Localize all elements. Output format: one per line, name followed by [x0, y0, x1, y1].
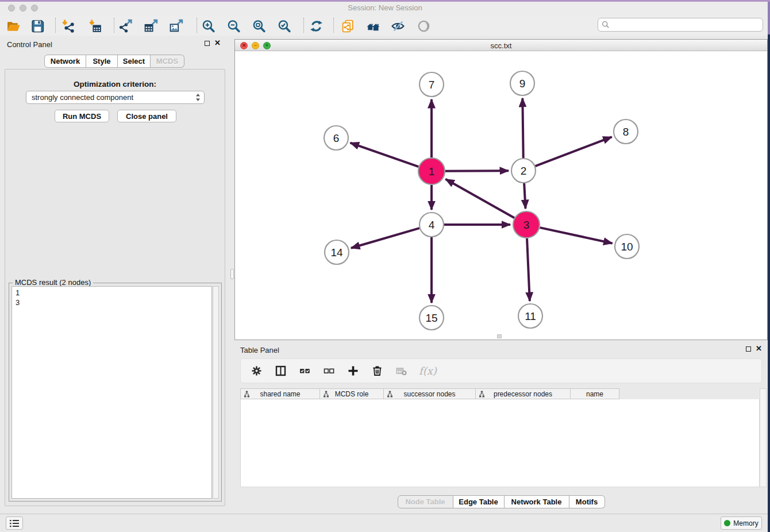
refresh-view-icon[interactable] — [308, 18, 324, 34]
edge-2-9[interactable] — [522, 98, 523, 158]
save-session-icon[interactable] — [29, 18, 45, 34]
mcds-result-group: MCDS result (2 nodes) 1 3 — [9, 283, 222, 502]
function-builder-icon[interactable]: f(x) — [419, 365, 437, 377]
mcds-result-list[interactable]: 1 3 — [11, 286, 212, 499]
graph-node-10[interactable]: 10 — [615, 234, 639, 259]
graph-node-1[interactable]: 1 — [418, 158, 445, 184]
import-table-icon[interactable] — [87, 18, 103, 34]
node-label: 1 — [429, 165, 435, 178]
tab-select[interactable]: Select — [118, 55, 151, 68]
column-label: shared name — [260, 390, 300, 398]
tab-node-table[interactable]: Node Table — [398, 495, 453, 508]
graph-node-8[interactable]: 8 — [614, 119, 638, 144]
mcds-panel: Optimization criterion: strongly connect… — [5, 69, 225, 506]
edge-1-6[interactable] — [351, 143, 419, 167]
memory-button[interactable]: Memory — [721, 516, 762, 530]
node-label: 15 — [425, 312, 437, 324]
zoom-out-icon[interactable] — [225, 18, 241, 34]
settings-gear-icon[interactable] — [250, 365, 263, 377]
zoom-in-icon[interactable] — [200, 18, 216, 34]
delete-table-icon[interactable] — [395, 365, 407, 377]
run-mcds-button[interactable]: Run MCDS — [55, 110, 109, 122]
close-panel-button[interactable]: Close panel — [117, 110, 176, 122]
column-header-mcds-role[interactable]: MCDS role — [320, 388, 384, 399]
edge-2-3[interactable] — [524, 183, 525, 209]
close-table-panel-icon[interactable]: ✕ — [756, 346, 762, 352]
tab-edge-table[interactable]: Edge Table — [453, 495, 505, 508]
task-history-button[interactable] — [6, 516, 23, 530]
edge-4-14[interactable] — [351, 228, 419, 248]
edge-3-1[interactable] — [445, 179, 514, 218]
column-label: predecessor nodes — [494, 390, 552, 398]
canvas-resize-grip[interactable] — [497, 334, 502, 338]
delete-column-icon[interactable] — [371, 365, 383, 377]
dropdown-value: strongly connected component — [32, 93, 133, 102]
node-label: 3 — [523, 219, 530, 231]
column-visibility-icon[interactable] — [274, 365, 287, 377]
add-column-icon[interactable] — [346, 365, 359, 377]
node-label: 6 — [333, 132, 340, 144]
close-panel-icon[interactable]: ✕ — [214, 40, 221, 46]
edge-3-10[interactable] — [540, 228, 612, 243]
window-border-top — [0, 0, 770, 2]
tree-hierarchy-icon — [244, 391, 250, 399]
export-image-icon[interactable] — [168, 18, 184, 34]
result-scrollbar[interactable] — [213, 286, 219, 499]
workspace: Control Panel ✕ Network Style Select MCD… — [0, 36, 770, 514]
network-view-window: ✕ − + scc.txt 1234678910111415 — [234, 39, 768, 340]
tab-mcds[interactable]: MCDS — [151, 55, 184, 68]
hide-selected-icon[interactable] — [390, 18, 406, 34]
graph-node-9[interactable]: 9 — [510, 71, 534, 95]
clone-network-icon[interactable] — [340, 18, 356, 34]
float-table-panel-icon[interactable] — [746, 346, 751, 352]
graph-node-11[interactable]: 11 — [518, 304, 542, 328]
zoom-fit-icon[interactable] — [251, 18, 267, 34]
edge-3-11[interactable] — [527, 238, 530, 301]
tab-network-table[interactable]: Network Table — [505, 495, 569, 508]
graph-node-15[interactable]: 15 — [419, 306, 444, 330]
dropdown-stepper-icon — [195, 93, 201, 102]
zoom-selected-icon[interactable] — [276, 18, 292, 34]
deselect-all-icon[interactable] — [322, 365, 335, 377]
import-network-icon[interactable] — [60, 18, 76, 34]
tab-motifs[interactable]: Motifs — [569, 495, 605, 508]
export-network-icon[interactable] — [117, 18, 133, 34]
open-session-icon[interactable] — [5, 18, 21, 34]
column-label: successor nodes — [403, 390, 455, 398]
network-canvas[interactable]: 1234678910111415 — [235, 51, 767, 340]
select-all-icon[interactable] — [298, 365, 311, 377]
node-label: 9 — [519, 78, 526, 90]
tree-hierarchy-icon — [323, 391, 329, 399]
control-panel-window-buttons: ✕ — [205, 40, 221, 46]
column-header-name[interactable]: name — [571, 388, 619, 399]
table-header-row: shared name MCDS role successor nodes pr… — [240, 388, 760, 399]
graph-node-6[interactable]: 6 — [324, 126, 348, 150]
node-label: 11 — [525, 310, 536, 322]
float-panel-icon[interactable] — [205, 41, 210, 46]
titlebar: Session: New Session — [0, 0, 770, 16]
search-icon — [602, 21, 610, 29]
edge-1-2[interactable] — [445, 171, 509, 171]
edge-2-8[interactable] — [536, 137, 612, 166]
graph-node-2[interactable]: 2 — [511, 159, 536, 183]
optimization-criterion-dropdown[interactable]: strongly connected component — [26, 91, 205, 104]
column-header-successor-nodes[interactable]: successor nodes — [384, 388, 476, 399]
tab-network[interactable]: Network — [44, 55, 86, 68]
tab-style[interactable]: Style — [86, 55, 118, 68]
column-label: MCDS role — [335, 390, 369, 398]
export-table-icon[interactable] — [143, 18, 159, 34]
show-all-icon[interactable] — [415, 18, 432, 34]
divider-grip[interactable] — [230, 269, 234, 279]
table-panel-tabs: Node Table Edge Table Network Table Moti… — [234, 494, 768, 510]
first-neighbors-icon[interactable] — [365, 18, 381, 34]
graph-node-14[interactable]: 14 — [325, 240, 349, 264]
search-field[interactable] — [598, 18, 763, 32]
network-window-titlebar: ✕ − + scc.txt — [235, 40, 767, 51]
table-scrollbar[interactable] — [760, 388, 767, 487]
column-header-shared-name[interactable]: shared name — [240, 388, 320, 399]
graph-node-4[interactable]: 4 — [419, 213, 444, 237]
column-header-predecessor-nodes[interactable]: predecessor nodes — [476, 388, 571, 399]
search-input[interactable] — [610, 20, 763, 29]
graph-node-7[interactable]: 7 — [419, 72, 444, 97]
graph-node-3[interactable]: 3 — [513, 211, 540, 238]
